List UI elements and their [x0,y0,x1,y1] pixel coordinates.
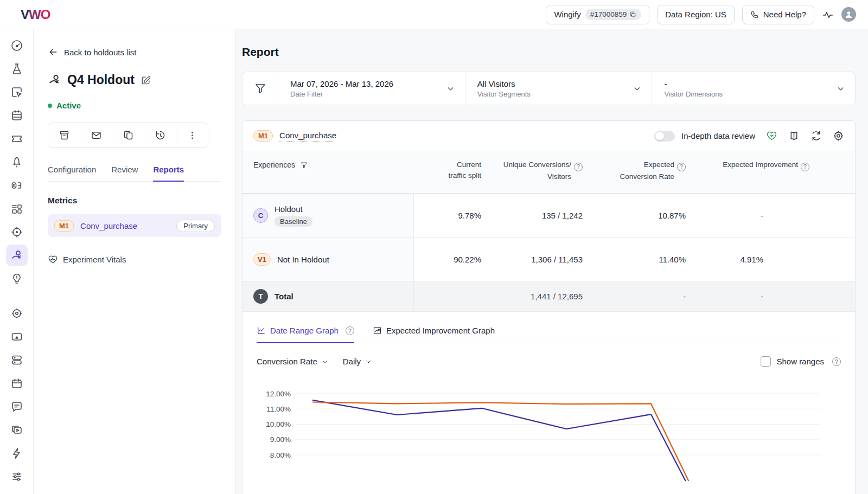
split-test-icon[interactable] [6,175,28,196]
edit-icon[interactable] [141,75,151,86]
arrow-left-icon [48,47,59,57]
line-chart-icon [257,326,266,335]
metric-name: Conv_purchase [80,221,170,230]
visitor-segments-value: All Visitors [477,79,627,88]
refresh-icon[interactable] [810,130,822,142]
experiences-filter-icon[interactable] [300,161,308,169]
show-ranges-label: Show ranges [776,357,824,366]
back-to-holdouts-link[interactable]: Back to holdouts list [48,47,221,57]
total-badge: T [253,289,268,304]
help-icon[interactable]: ? [574,163,583,171]
holdout-audience-icon[interactable] [6,245,28,266]
page-title: Report [242,46,856,59]
rocket-launch-icon[interactable] [6,151,28,173]
conversions-value: 1,441 / 12,695 [481,292,592,301]
visitor-segments-dropdown[interactable]: All Visitors Visitor Segments [465,72,652,105]
help-icon[interactable]: ? [832,357,841,366]
visitor-dimensions-dropdown[interactable]: - Visitor Dimensions [652,72,855,105]
ticket-icon[interactable] [6,128,28,150]
duplicate-button[interactable] [112,123,144,147]
help-icon[interactable]: ? [677,163,686,171]
tab-review[interactable]: Review [111,165,138,182]
in-depth-review-toggle[interactable] [654,131,675,142]
tab-expected-improvement-graph[interactable]: Expected Improvement Graph [373,326,495,343]
experience-name: Total [275,292,293,301]
user-avatar[interactable] [841,7,856,22]
conversion-rate-line-chart[interactable]: 12.00%11.00%10.00%9.00%8.00% [242,386,856,481]
metric-card-header: M1 Conv_purchase In-depth data review [242,121,855,151]
svg-text:8.00%: 8.00% [270,451,291,459]
dashboard-gauge-icon[interactable] [6,35,28,56]
date-filter-dropdown[interactable]: Mar 07, 2026 - Mar 13, 2026 Date Filter [278,72,465,105]
panel-tabs: Configuration Review Reports [48,165,221,182]
table-row-holdout[interactable]: C Holdout Baseline 9.78% 135 / 1,242 10.… [242,194,855,238]
tab-configuration[interactable]: Configuration [48,165,96,182]
archive-button[interactable] [48,123,80,147]
experiment-vitals-link[interactable]: Experiment Vitals [48,254,221,265]
settings-gear-icon[interactable] [833,130,844,142]
device-preview-icon[interactable] [6,326,28,348]
tab-reports[interactable]: Reports [153,165,184,182]
metric-badge: M1 [253,130,273,142]
activity-pulse-icon[interactable] [822,9,834,21]
widgets-grid-icon[interactable] [6,198,28,220]
graph-tabs: Date Range Graph ? Expected Improvement … [257,326,841,343]
traffic-split-value: 9.78% [414,211,481,220]
date-range-chart[interactable]: 12.00%11.00%10.00%9.00%8.00% [242,386,855,481]
metric-badge: M1 [54,220,74,232]
table-row-total: T Total 1,441 / 12,695 - - [242,281,855,312]
session-recording-icon[interactable] [6,419,28,441]
improvement-value: - [690,292,815,301]
goal-compass-icon[interactable] [6,303,28,324]
person-icon [844,10,853,19]
conversions-value: 135 / 1,242 [481,211,592,220]
chevron-down-icon [836,84,845,93]
chevron-down-icon [365,358,372,365]
insights-bulb-icon[interactable] [6,268,28,290]
metric-name[interactable]: Conv_purchase [279,131,336,142]
metric-health-icon[interactable] [766,130,777,142]
target-icon[interactable] [6,221,28,243]
date-filter-value: Mar 07, 2026 - Mar 13, 2026 [290,79,439,88]
history-button[interactable] [144,123,176,147]
help-icon[interactable]: ? [801,163,809,171]
account-switcher-button[interactable]: Wingify #17000859 [546,5,649,24]
experiences-header: Experiences [242,159,414,170]
need-help-button[interactable]: Need Help? [742,5,814,24]
metric-type-select[interactable]: Conversion Rate [257,357,329,366]
ab-test-flask-icon[interactable] [6,58,28,80]
improvement-value: - [690,211,815,220]
help-icon[interactable]: ? [346,326,354,335]
copy-icon[interactable] [629,11,636,18]
show-ranges-checkbox[interactable] [761,356,771,367]
quick-actions-bolt-icon[interactable] [6,442,28,464]
more-options-button[interactable] [176,123,208,147]
vwo-logo[interactable]: VWO [21,7,50,22]
account-name: Wingify [554,10,580,19]
table-row-not-in-holdout[interactable]: V1 Not In Holdout 90.22% 1,306 / 11,453 … [242,238,855,281]
plan-notebook-icon[interactable] [6,105,28,126]
metric-list-item[interactable]: M1 Conv_purchase Primary [48,214,221,237]
interval-select[interactable]: Daily [343,357,372,366]
data-server-icon[interactable] [6,349,28,371]
date-filter-label: Date Filter [290,90,439,98]
svg-text:9.00%: 9.00% [270,435,291,444]
expected-cr-value: 10.87% [592,211,690,220]
settings-sliders-icon[interactable] [6,466,28,487]
expected-cr-value: 11.40% [592,255,690,264]
status-dot [48,104,52,108]
visitor-dimensions-value: - [664,79,829,88]
feedback-chat-icon[interactable] [6,396,28,418]
metrics-heading: Metrics [48,196,221,206]
calendar-icon[interactable] [6,373,28,394]
status-badge: Active [48,101,221,110]
visitor-dimensions-label: Visitor Dimensions [664,90,829,98]
email-button[interactable] [80,123,112,147]
chevron-down-icon [321,358,329,365]
data-region-button[interactable]: Data Region: US [657,5,735,24]
documentation-book-icon[interactable] [788,130,800,142]
tab-date-range-graph[interactable]: Date Range Graph ? [257,326,354,343]
click-tracking-icon[interactable] [6,81,28,103]
chevron-down-icon [446,84,455,93]
filter-funnel-icon [242,72,278,105]
